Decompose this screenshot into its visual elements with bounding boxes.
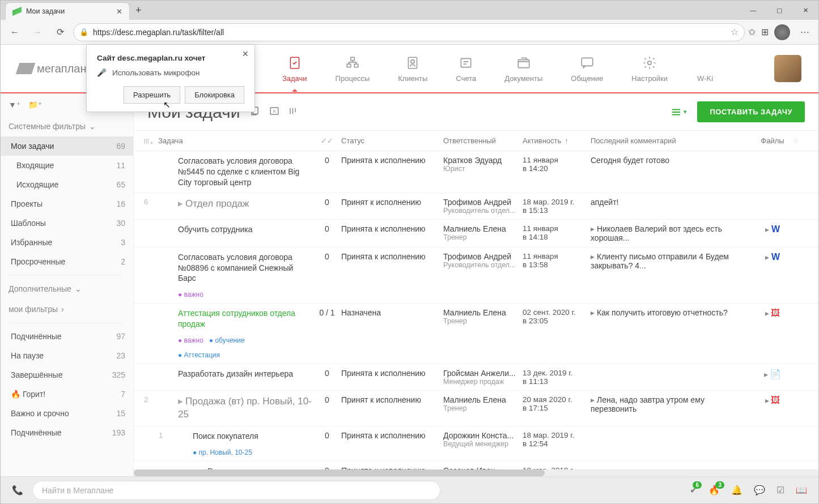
- profile-avatar[interactable]: [774, 24, 790, 40]
- columns-settings-icon[interactable]: ⫼₊: [143, 136, 154, 145]
- browser-tab[interactable]: Мои задачи ✕: [5, 2, 130, 20]
- block-button[interactable]: Блокировка: [185, 86, 244, 104]
- star-icon[interactable]: ☆: [731, 27, 739, 37]
- sidebar-section-myfilters[interactable]: мои фильтры ›: [1, 299, 133, 319]
- task-row[interactable]: Обучить сотрудника 0 Принята к исполнени…: [134, 220, 818, 247]
- sidebar-item[interactable]: Подчинённые193: [1, 423, 133, 442]
- document-file-icon[interactable]: 📄: [770, 369, 781, 379]
- sidebar-item[interactable]: 🔥 Горит!7: [1, 385, 133, 404]
- task-row[interactable]: Согласовать условия договора №08896 с ко…: [134, 247, 818, 304]
- tasks-notification-icon[interactable]: ✔6: [690, 485, 697, 496]
- folder-add-icon[interactable]: 📁⁺: [28, 100, 42, 109]
- nav-item-clients[interactable]: Клиенты: [398, 55, 427, 83]
- task-row[interactable]: 2 ▸Продажа (вт) пр. Новый, 10-25 0 Приня…: [134, 391, 818, 426]
- expand-icon[interactable]: ▸: [765, 396, 769, 405]
- sidebar-item[interactable]: На паузе23: [1, 346, 133, 365]
- sort-asc-icon[interactable]: ↑: [565, 136, 568, 145]
- book-icon[interactable]: 📖: [796, 485, 807, 496]
- sidebar-item[interactable]: Входящие11: [1, 156, 133, 175]
- collections-icon[interactable]: ⊞: [761, 27, 769, 37]
- more-menu-button[interactable]: ⋯: [796, 27, 814, 37]
- fire-notification-icon[interactable]: 🔥3: [708, 485, 720, 496]
- list-mode-toggle[interactable]: ▾: [671, 108, 687, 116]
- phone-icon[interactable]: 📞: [12, 485, 23, 496]
- expand-icon[interactable]: ▸: [765, 225, 769, 234]
- address-input[interactable]: 🔒 https://desc.megaplan.ru/task/filter/a…: [73, 23, 745, 41]
- filter-icon[interactable]: ▼⁺: [9, 100, 20, 109]
- nav-item-chat[interactable]: Общение: [571, 55, 603, 83]
- expand-icon[interactable]: ▸: [765, 253, 769, 262]
- close-tab-icon[interactable]: ✕: [116, 7, 122, 16]
- task-row[interactable]: Разработать дизайн интерьера 0 Принята к…: [134, 364, 818, 391]
- expand-icon[interactable]: ▸: [765, 309, 769, 318]
- nav-item-invoices[interactable]: Счета: [456, 55, 476, 83]
- nav-item-wiki[interactable]: W-Ki: [696, 55, 714, 83]
- nav-item-settings[interactable]: Настройки: [631, 55, 668, 83]
- col-task[interactable]: Задача: [158, 136, 183, 145]
- favorites-icon[interactable]: ✩: [748, 27, 756, 37]
- back-button[interactable]: ←: [5, 23, 24, 42]
- star-column-icon[interactable]: ☆: [792, 136, 809, 145]
- task-row[interactable]: 1 Поиск покупателя ● пр. Новый, 10-25 0 …: [134, 426, 818, 462]
- sidebar-item[interactable]: Исходящие65: [1, 175, 133, 194]
- task-row[interactable]: Аттестация сотрудников отдела продаж ● в…: [134, 304, 818, 364]
- documents-icon: [515, 55, 533, 71]
- horizontal-scrollbar[interactable]: [134, 469, 818, 476]
- sidebar-item[interactable]: Мои задачи69: [1, 136, 133, 156]
- sidebar-section-system[interactable]: Системные фильтры ⌄: [1, 116, 133, 136]
- word-file-icon[interactable]: W: [771, 224, 780, 234]
- allow-button[interactable]: Разрешить: [124, 86, 180, 104]
- new-tab-button[interactable]: +: [130, 1, 147, 20]
- forward-button[interactable]: →: [28, 23, 47, 42]
- task-row[interactable]: Согласовать условия договора №5445 по сд…: [134, 151, 818, 193]
- col-activity[interactable]: Активность: [523, 136, 561, 145]
- close-window-button[interactable]: ✕: [792, 1, 818, 20]
- sidebar-item[interactable]: Проекты16: [1, 194, 133, 213]
- tag[interactable]: ● пр. Новый, 10-25: [193, 449, 252, 456]
- chevron-right-icon: ›: [61, 305, 64, 314]
- dialog-close-button[interactable]: ✕: [242, 49, 249, 58]
- reload-button[interactable]: ⟳: [50, 23, 70, 42]
- nav-item-processes[interactable]: Процессы: [336, 55, 370, 83]
- col-files[interactable]: Файлы: [753, 136, 792, 145]
- minimize-button[interactable]: —: [740, 1, 766, 20]
- tag[interactable]: ● Аттестация: [178, 351, 220, 359]
- logo-icon: [16, 63, 35, 74]
- create-task-button[interactable]: ПОСТАВИТЬ ЗАДАЧУ: [697, 101, 805, 122]
- image-file-icon[interactable]: 🖼: [771, 308, 780, 318]
- user-avatar[interactable]: [774, 55, 801, 82]
- nav-item-documents[interactable]: Документы: [504, 55, 542, 83]
- col-responsible[interactable]: Ответственный: [443, 136, 523, 145]
- maximize-button[interactable]: ▢: [766, 1, 792, 20]
- chat-icon: [578, 55, 596, 71]
- sidebar-item[interactable]: Просроченные2: [1, 252, 133, 271]
- expand-icon[interactable]: ▸: [764, 370, 768, 379]
- task-row[interactable]: Размещение и продвижение объявления ● пр…: [134, 462, 818, 469]
- sidebar-item[interactable]: Подчинённые97: [1, 327, 133, 346]
- sidebar-item[interactable]: Избранные3: [1, 233, 133, 252]
- sidebar-item[interactable]: Шаблоны30: [1, 213, 133, 233]
- svg-text:X: X: [273, 109, 276, 114]
- sidebar-section-extra[interactable]: Дополнительные ⌄: [1, 279, 133, 299]
- nav-item-tasks[interactable]: Задачи: [282, 55, 307, 83]
- caret-icon[interactable]: ▸: [178, 396, 183, 407]
- bell-icon[interactable]: 🔔: [731, 485, 742, 496]
- sidebar-item[interactable]: Важно и срочно15: [1, 404, 133, 423]
- chat-icon[interactable]: 💬: [754, 485, 765, 496]
- col-status[interactable]: Статус: [341, 136, 443, 145]
- tag[interactable]: ● важно: [178, 336, 203, 344]
- excel-icon[interactable]: X: [269, 106, 279, 118]
- checkbox-icon[interactable]: ☑: [776, 485, 784, 496]
- tag[interactable]: ● обучение: [209, 336, 245, 344]
- image-file-icon[interactable]: 🖼: [771, 395, 780, 405]
- columns-icon[interactable]: [288, 106, 299, 118]
- sidebar-item[interactable]: Завершённые325: [1, 365, 133, 385]
- caret-icon[interactable]: ▸: [178, 198, 183, 209]
- checklist-icon[interactable]: ✓✓: [321, 136, 333, 145]
- word-file-icon[interactable]: W: [771, 252, 780, 262]
- activity-date: 11 январяв 14:20: [523, 156, 558, 173]
- col-comment[interactable]: Последний комментарий: [591, 136, 753, 145]
- task-row[interactable]: 6 ▸Отдел продаж 0 Принят к исполнению Тр…: [134, 193, 818, 220]
- tag[interactable]: ● важно: [178, 291, 203, 298]
- global-search-input[interactable]: Найти в Мегаплане: [32, 481, 440, 500]
